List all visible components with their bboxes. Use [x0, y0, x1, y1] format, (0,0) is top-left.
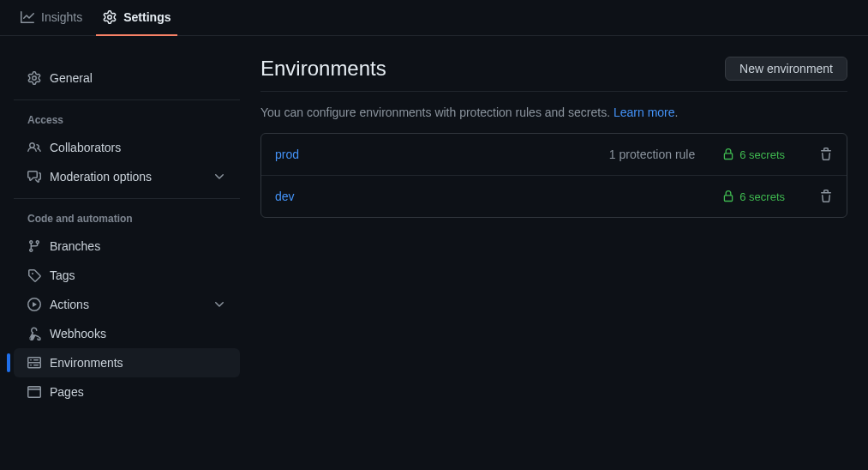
- protection-rule-text: 1 protection rule: [609, 148, 695, 161]
- sidebar-item-label: Webhooks: [50, 327, 106, 340]
- sidebar-heading-code: Code and automation: [14, 206, 240, 232]
- play-icon: [27, 298, 41, 311]
- tab-insights[interactable]: Insights: [14, 0, 89, 36]
- description-text: You can configure environments with prot…: [260, 105, 614, 119]
- sidebar-heading-access: Access: [14, 107, 240, 133]
- sidebar-item-environments[interactable]: Environments: [14, 348, 240, 377]
- learn-more-link[interactable]: Learn more: [614, 105, 675, 119]
- sidebar-item-label: Tags: [50, 268, 75, 282]
- trash-icon: [819, 190, 833, 203]
- git-branch-icon: [27, 239, 41, 253]
- gear-icon: [27, 71, 41, 85]
- lock-icon: [722, 148, 734, 160]
- environments-list: prod 1 protection rule 6 secrets dev 6: [260, 133, 847, 218]
- secrets-indicator: 6 secrets: [722, 148, 785, 161]
- tab-settings[interactable]: Settings: [96, 0, 177, 36]
- sidebar-item-label: Actions: [50, 298, 89, 311]
- sidebar-item-label: Pages: [50, 385, 84, 399]
- page-body: General Access Collaborators Moderation …: [0, 36, 868, 470]
- tab-insights-label: Insights: [41, 10, 82, 24]
- environment-name-link[interactable]: prod: [275, 148, 299, 161]
- server-icon: [27, 356, 41, 370]
- chevron-down-icon: [213, 170, 226, 184]
- main-content: Environments New environment You can con…: [254, 36, 868, 470]
- gear-icon: [103, 10, 117, 24]
- repo-tabnav: Insights Settings: [0, 0, 868, 36]
- secrets-text: 6 secrets: [739, 190, 785, 203]
- environment-name-link[interactable]: dev: [275, 190, 295, 203]
- description-suffix: .: [675, 105, 679, 119]
- webhook-icon: [27, 327, 41, 340]
- sidebar-item-label: Collaborators: [50, 141, 121, 154]
- page-title: Environments: [260, 57, 386, 81]
- sidebar-item-label: Moderation options: [50, 170, 152, 184]
- sidebar-item-pages[interactable]: Pages: [14, 377, 240, 407]
- chevron-down-icon: [213, 298, 226, 311]
- sidebar-item-collaborators[interactable]: Collaborators: [14, 133, 240, 162]
- settings-sidebar: General Access Collaborators Moderation …: [0, 36, 254, 470]
- lock-icon: [722, 190, 734, 202]
- sidebar-item-label: Environments: [50, 356, 123, 370]
- sidebar-item-webhooks[interactable]: Webhooks: [14, 319, 240, 348]
- graph-icon: [21, 10, 34, 24]
- environment-row: dev 6 secrets: [261, 176, 847, 217]
- sidebar-item-label: Branches: [50, 239, 100, 253]
- secrets-indicator: 6 secrets: [722, 190, 785, 203]
- page-description: You can configure environments with prot…: [260, 105, 847, 119]
- secrets-text: 6 secrets: [739, 148, 785, 161]
- environment-row: prod 1 protection rule 6 secrets: [261, 134, 847, 176]
- trash-icon: [819, 148, 833, 161]
- people-icon: [27, 141, 41, 154]
- sidebar-item-general[interactable]: General: [14, 63, 240, 93]
- tab-settings-label: Settings: [123, 10, 171, 24]
- sidebar-item-branches[interactable]: Branches: [14, 232, 240, 261]
- delete-environment-button[interactable]: [819, 190, 833, 203]
- delete-environment-button[interactable]: [819, 148, 833, 161]
- main-header: Environments New environment: [260, 57, 847, 92]
- new-environment-button[interactable]: New environment: [725, 57, 847, 81]
- sidebar-item-actions[interactable]: Actions: [14, 290, 240, 319]
- sidebar-item-tags[interactable]: Tags: [14, 261, 240, 290]
- sidebar-item-moderation[interactable]: Moderation options: [14, 162, 240, 191]
- comment-discussion-icon: [27, 170, 41, 184]
- browser-icon: [27, 385, 41, 399]
- sidebar-item-label: General: [50, 71, 93, 85]
- tag-icon: [27, 268, 41, 282]
